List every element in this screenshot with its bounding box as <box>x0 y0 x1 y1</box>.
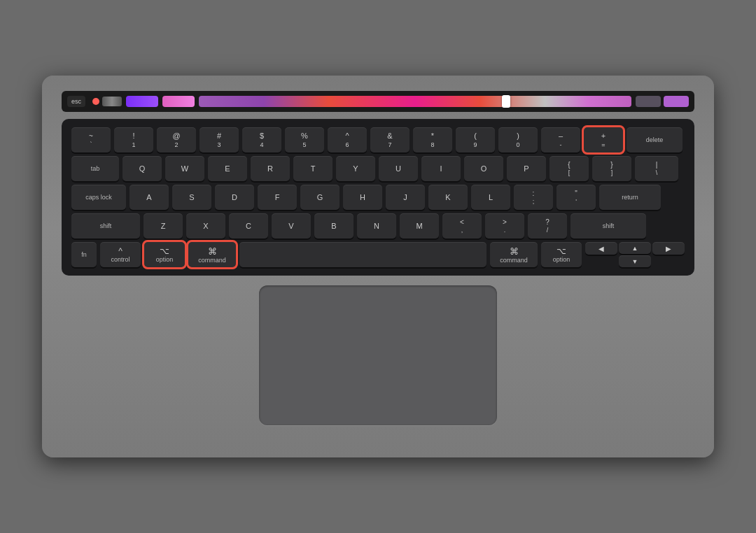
d-key[interactable]: D <box>215 185 254 210</box>
period-key[interactable]: >. <box>485 213 524 239</box>
u-key[interactable]: U <box>379 156 418 181</box>
qwerty-row: tab Q W E R T Y U I O P {[ }] |\ <box>71 156 685 181</box>
touchbar-esc[interactable]: esc <box>67 96 85 107</box>
arrow-down-key[interactable]: ▼ <box>619 255 651 267</box>
laptop-body: esc ~` !1 @2 <box>42 76 714 457</box>
touchbar-pink-pill <box>162 96 195 107</box>
j-key[interactable]: J <box>386 185 425 210</box>
return-key[interactable]: return <box>599 185 661 210</box>
touchbar-media-icon <box>102 97 122 106</box>
b-key[interactable]: B <box>314 213 354 239</box>
plus-equals-key[interactable]: += <box>584 127 623 152</box>
z-key[interactable]: Z <box>144 213 183 239</box>
touchbar-colorbar[interactable] <box>199 96 631 107</box>
m-key[interactable]: M <box>400 213 439 239</box>
command-right-key[interactable]: ⌘ command <box>490 242 538 267</box>
hash-3-key[interactable]: #3 <box>200 127 239 152</box>
caret-6-key[interactable]: ^6 <box>328 127 367 152</box>
s-key[interactable]: S <box>172 185 211 210</box>
left-shift-key[interactable]: shift <box>71 213 140 239</box>
lparen-9-key[interactable]: (9 <box>456 127 495 152</box>
touchbar-purple-pill <box>126 96 158 107</box>
v-key[interactable]: V <box>272 213 311 239</box>
lbrace-key[interactable]: {[ <box>550 156 589 181</box>
backslash-key[interactable]: |\ <box>635 156 678 181</box>
q-key[interactable]: Q <box>122 156 162 181</box>
i-key[interactable]: I <box>421 156 461 181</box>
k-key[interactable]: K <box>428 185 468 210</box>
h-key[interactable]: H <box>343 185 382 210</box>
option-right-key[interactable]: ⌥ option <box>541 242 582 267</box>
arrow-left-key[interactable]: ◀ <box>585 242 617 255</box>
touchbar-widget-1 <box>636 96 661 107</box>
zxcv-row: shift Z X C V B N M <, >. ?/ shift <box>71 213 685 239</box>
touchbar-controls <box>92 97 122 106</box>
number-row: ~` !1 @2 #3 $4 %5 ^6 &7 <box>71 127 685 152</box>
star-8-key[interactable]: *8 <box>413 127 452 152</box>
asdf-row: caps lock A S D F G H J K L :; "' return <box>71 185 685 210</box>
spacebar-key[interactable] <box>239 242 486 267</box>
command-left-key[interactable]: ⌘ command <box>188 242 236 267</box>
caps-lock-key[interactable]: caps lock <box>71 185 126 210</box>
at-2-key[interactable]: @2 <box>157 127 196 152</box>
quote-key[interactable]: "' <box>556 185 596 210</box>
tab-key[interactable]: tab <box>71 156 119 181</box>
c-key[interactable]: C <box>229 213 268 239</box>
percent-5-key[interactable]: %5 <box>285 127 324 152</box>
rbrace-key[interactable]: }] <box>592 156 631 181</box>
a-key[interactable]: A <box>130 185 169 210</box>
keyboard: ~` !1 @2 #3 $4 %5 ^6 &7 <box>62 119 694 276</box>
amp-7-key[interactable]: &7 <box>370 127 410 152</box>
e-key[interactable]: E <box>208 156 247 181</box>
touchbar-close-dot <box>92 98 99 105</box>
trackpad[interactable] <box>259 285 497 425</box>
minus-key[interactable]: –- <box>541 127 580 152</box>
touch-bar: esc <box>62 91 694 112</box>
delete-key[interactable]: delete <box>626 127 682 152</box>
f-key[interactable]: F <box>258 185 297 210</box>
x-key[interactable]: X <box>186 213 225 239</box>
arrow-right-key[interactable]: ▶ <box>652 242 685 255</box>
fn-key[interactable]: fn <box>71 242 97 267</box>
control-key[interactable]: ^ control <box>100 242 141 267</box>
slash-key[interactable]: ?/ <box>528 213 567 239</box>
semicolon-key[interactable]: :; <box>514 185 553 210</box>
touchbar-widget-2 <box>664 96 689 107</box>
g-key[interactable]: G <box>300 185 340 210</box>
touchbar-slider-thumb <box>502 95 510 108</box>
bottom-row: fn ^ control ⌥ option ⌘ command ⌘ comman… <box>71 242 685 267</box>
trackpad-area <box>62 285 694 429</box>
l-key[interactable]: L <box>471 185 510 210</box>
right-shift-key[interactable]: shift <box>570 213 646 239</box>
arrow-cluster: ◀ ▲ ▼ ▶ <box>585 242 685 267</box>
rparen-0-key[interactable]: )0 <box>498 127 538 152</box>
o-key[interactable]: O <box>464 156 503 181</box>
n-key[interactable]: N <box>357 213 396 239</box>
option-left-key[interactable]: ⌥ option <box>144 242 185 267</box>
exclaim-1-key[interactable]: !1 <box>114 127 153 152</box>
p-key[interactable]: P <box>507 156 546 181</box>
touchbar-right-widgets <box>636 96 689 107</box>
w-key[interactable]: W <box>165 156 204 181</box>
arrow-up-key[interactable]: ▲ <box>619 242 651 254</box>
comma-key[interactable]: <, <box>442 213 482 239</box>
dollar-4-key[interactable]: $4 <box>242 127 281 152</box>
t-key[interactable]: T <box>293 156 332 181</box>
y-key[interactable]: Y <box>336 156 375 181</box>
tilde-key[interactable]: ~` <box>71 127 111 152</box>
r-key[interactable]: R <box>251 156 290 181</box>
